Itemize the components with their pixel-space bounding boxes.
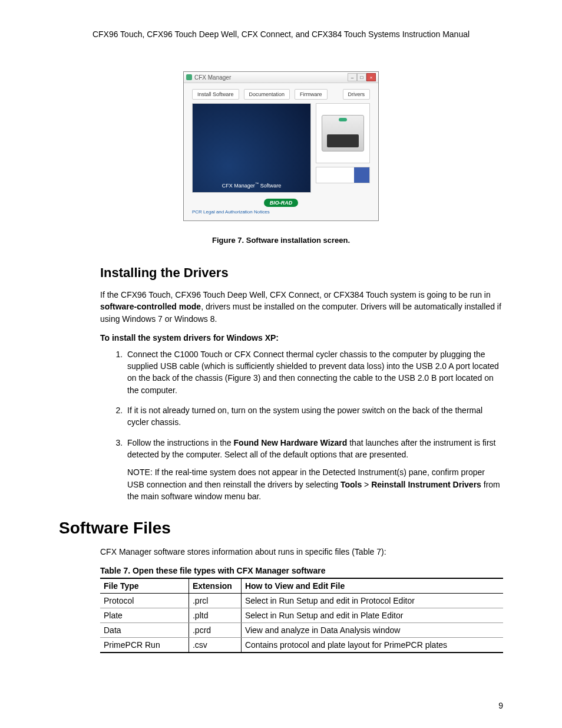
- table-row: Data .pcrd View and analyze in Data Anal…: [100, 623, 503, 638]
- installer-titlebar: CFX Manager – □ ×: [184, 72, 378, 83]
- installer-window: CFX Manager – □ × Install Software Docum…: [183, 71, 379, 221]
- th-file-type: File Type: [100, 578, 189, 594]
- step-3-note: NOTE: If the real-time system does not a…: [127, 466, 503, 502]
- table-row: Protocol .prcl Select in Run Setup and e…: [100, 594, 503, 608]
- table-caption: Table 7. Open these file types with CFX …: [59, 566, 503, 575]
- tab-documentation[interactable]: Documentation: [244, 89, 290, 100]
- close-icon[interactable]: ×: [366, 73, 376, 81]
- install-steps-list: Connect the C1000 Touch or CFX Connect t…: [59, 348, 503, 502]
- table-row: Plate .pltd Select in Run Setup and edit…: [100, 608, 503, 623]
- step-3: Follow the instructions in the Found New…: [125, 437, 503, 502]
- software-panel[interactable]: CFX Manager™ Software: [192, 103, 311, 193]
- file-types-table: File Type Extension How to View and Edit…: [100, 578, 503, 653]
- th-extension: Extension: [189, 578, 241, 594]
- maximize-icon[interactable]: □: [357, 73, 366, 81]
- page-number: 9: [498, 701, 503, 710]
- th-how-to-view: How to View and Edit File: [241, 578, 503, 594]
- tab-drivers[interactable]: Drivers: [343, 89, 371, 100]
- files-intro: CFX Manager software stores information …: [59, 546, 503, 558]
- figure-caption: Figure 7. Software installation screen.: [59, 236, 503, 245]
- intro-paragraph: If the CFX96 Touch, CFX96 Touch Deep Wel…: [59, 289, 503, 325]
- table-header-row: File Type Extension How to View and Edit…: [100, 578, 503, 594]
- figure-7-container: CFX Manager – □ × Install Software Docum…: [59, 71, 503, 221]
- app-icon: [186, 74, 192, 80]
- running-header: CFX96 Touch, CFX96 Touch Deep Well, CFX …: [59, 29, 503, 39]
- minimize-icon[interactable]: –: [348, 73, 357, 81]
- step-2: If it is not already turned on, turn on …: [125, 404, 503, 429]
- tab-firmware[interactable]: Firmware: [295, 89, 328, 100]
- spacer-panel: [316, 167, 370, 183]
- device-icon: [322, 115, 364, 151]
- software-panel-caption: CFX Manager™ Software: [193, 182, 310, 189]
- device-panel[interactable]: [316, 103, 370, 163]
- blue-square-icon: [354, 167, 369, 183]
- section-heading-software-files: Software Files: [59, 519, 503, 538]
- table-row: PrimePCR Run .csv Contains protocol and …: [100, 638, 503, 653]
- window-title: CFX Manager: [194, 74, 231, 81]
- sub-heading-install-xp: To install the system drivers for Window…: [59, 333, 503, 342]
- step-1: Connect the C1000 Touch or CFX Connect t…: [125, 348, 503, 396]
- legal-link[interactable]: PCR Legal and Authorization Notices: [192, 209, 370, 215]
- section-heading-installing-drivers: Installing the Drivers: [59, 265, 503, 281]
- tab-install-software[interactable]: Install Software: [192, 89, 239, 100]
- biorad-logo: BIO-RAD: [264, 199, 299, 207]
